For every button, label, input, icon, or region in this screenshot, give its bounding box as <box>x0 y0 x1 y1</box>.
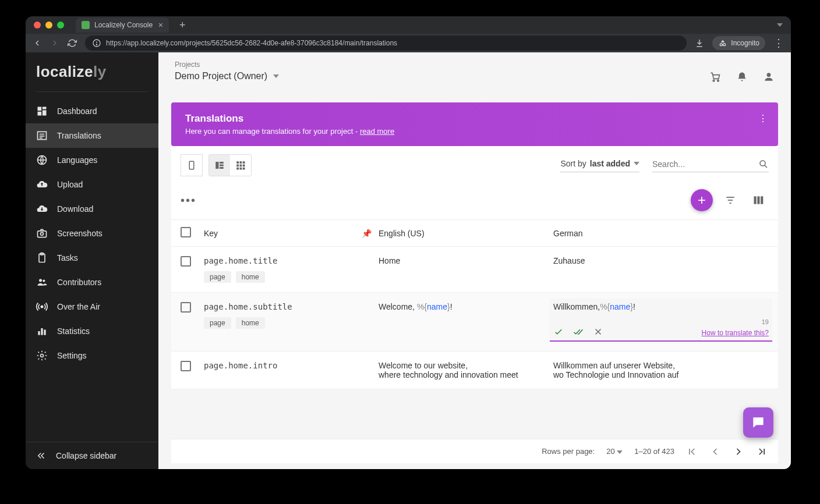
incognito-badge: Incognito <box>712 36 765 50</box>
window-close[interactable] <box>34 22 41 29</box>
sidebar-item-screenshots[interactable]: Screenshots <box>26 221 158 246</box>
logo: localizely <box>26 63 158 91</box>
forward-icon[interactable] <box>50 38 59 48</box>
svg-rect-33 <box>236 161 239 164</box>
svg-rect-48 <box>757 196 759 204</box>
add-button[interactable]: + <box>691 189 713 211</box>
search-field[interactable] <box>652 159 769 172</box>
cell-german[interactable]: Zuhause <box>553 256 769 283</box>
sidebar-item-languages[interactable]: Languages <box>26 148 158 172</box>
window-maximize[interactable] <box>57 22 64 29</box>
browser-menu-icon[interactable]: ⋮ <box>773 37 784 49</box>
row-checkbox[interactable] <box>181 256 191 267</box>
columns-button[interactable] <box>748 190 769 211</box>
new-tab-button[interactable]: + <box>179 19 186 31</box>
svg-rect-47 <box>754 196 757 204</box>
svg-rect-21 <box>38 331 40 335</box>
filter-button[interactable] <box>720 190 741 211</box>
cell-german-editing[interactable]: Willkommen,%{name}! 19 How to translate … <box>553 302 769 342</box>
cell-german[interactable]: Willkommen auf unserer Website,wo Techno… <box>553 361 769 379</box>
download-cloud-icon <box>36 203 48 215</box>
more-actions[interactable]: ••• <box>181 194 196 207</box>
svg-point-2 <box>96 44 97 45</box>
sidebar: localizely Dashboard Translations Langua… <box>26 52 158 469</box>
collapse-sidebar[interactable]: Collapse sidebar <box>26 442 158 469</box>
back-icon[interactable] <box>33 38 42 48</box>
sidebar-item-tasks[interactable]: Tasks <box>26 246 158 270</box>
sidebar-item-ota[interactable]: Over the Air <box>26 294 158 319</box>
window-minimize[interactable] <box>45 22 52 29</box>
page-last[interactable] <box>756 446 768 457</box>
row-checkbox[interactable] <box>181 302 191 313</box>
cell-english[interactable]: Welcome, %{name}! <box>379 302 553 342</box>
close-icon[interactable] <box>593 326 603 337</box>
device-icon <box>186 160 197 171</box>
cart-icon[interactable] <box>709 71 721 83</box>
sidebar-item-statistics[interactable]: Statistics <box>26 319 158 343</box>
sidebar-item-contributors[interactable]: Contributors <box>26 270 158 294</box>
header-german[interactable]: German <box>553 229 769 238</box>
key-text: page.home.subtitle <box>204 302 379 311</box>
select-all-checkbox[interactable] <box>181 227 191 237</box>
tag[interactable]: page <box>204 317 231 329</box>
tag[interactable]: page <box>204 271 231 283</box>
tabs-menu-icon[interactable] <box>777 23 783 27</box>
sidebar-item-download[interactable]: Download <box>26 197 158 221</box>
sort-dropdown[interactable]: Sort by last added <box>560 159 639 172</box>
sidebar-item-translations[interactable]: Translations <box>26 123 158 148</box>
sidebar-item-dashboard[interactable]: Dashboard <box>26 99 158 123</box>
page-first[interactable] <box>686 446 698 457</box>
page-prev[interactable] <box>709 446 721 457</box>
svg-rect-6 <box>43 107 47 109</box>
svg-rect-30 <box>220 162 224 164</box>
table-row[interactable]: page.home.subtitle pagehome Welcome, %{n… <box>171 293 778 352</box>
tag[interactable]: home <box>236 271 265 283</box>
sidebar-item-upload[interactable]: Upload <box>26 172 158 197</box>
pin-icon[interactable]: 📌 <box>362 229 372 238</box>
bell-icon[interactable] <box>736 71 748 83</box>
download-icon[interactable] <box>695 38 704 48</box>
header-english[interactable]: English (US) <box>379 229 553 238</box>
banner-text: Here you can manage translations for you… <box>185 127 394 136</box>
browser-tab[interactable]: Localizely Console × <box>76 17 169 33</box>
page-next[interactable] <box>733 446 744 457</box>
browser-toolbar: https://app.localizely.com/projects/5625… <box>26 34 791 52</box>
view-mode-split[interactable] <box>209 155 230 176</box>
rows-per-page-select[interactable]: 20 <box>606 447 623 456</box>
breadcrumb[interactable]: Projects <box>175 61 279 69</box>
char-count: 19 <box>762 318 769 325</box>
view-mode-single[interactable] <box>181 154 203 176</box>
url-bar[interactable]: https://app.localizely.com/projects/5625… <box>85 36 687 51</box>
cell-english[interactable]: Home <box>379 256 553 283</box>
svg-rect-29 <box>215 162 218 169</box>
check-icon[interactable] <box>553 326 564 337</box>
reload-icon[interactable] <box>68 38 77 48</box>
sidebar-item-settings[interactable]: Settings <box>26 343 158 368</box>
svg-point-18 <box>39 279 42 282</box>
info-banner: Translations Here you can manage transla… <box>171 102 778 146</box>
tab-close-icon[interactable]: × <box>158 20 163 30</box>
row-checkbox[interactable] <box>181 361 191 371</box>
chat-fab[interactable] <box>743 407 773 438</box>
banner-menu-icon[interactable]: ⋮ <box>758 113 768 124</box>
svg-rect-7 <box>43 110 47 115</box>
view-mode-grid[interactable] <box>230 155 251 176</box>
svg-rect-41 <box>243 168 245 170</box>
dashboard-icon <box>36 105 48 117</box>
svg-rect-39 <box>236 168 239 170</box>
user-icon[interactable] <box>763 71 775 83</box>
banner-link[interactable]: read more <box>360 127 394 136</box>
svg-rect-22 <box>41 328 43 335</box>
cell-english[interactable]: Welcome to our website,where technology … <box>379 361 553 379</box>
clipboard-icon <box>36 252 48 264</box>
help-link[interactable]: How to translate this? <box>702 329 769 337</box>
project-selector[interactable]: Demo Project (Owner) <box>175 71 279 81</box>
tag[interactable]: home <box>236 317 265 329</box>
check-all-icon[interactable] <box>573 326 584 337</box>
table-row[interactable]: page.home.title pagehome Home Zuhause <box>171 247 778 293</box>
svg-line-43 <box>765 165 767 168</box>
upload-icon <box>36 179 48 190</box>
table-row[interactable]: page.home.intro Welcome to our website,w… <box>171 352 778 389</box>
header-key[interactable]: Key📌 <box>204 229 379 238</box>
search-input[interactable] <box>652 159 758 169</box>
